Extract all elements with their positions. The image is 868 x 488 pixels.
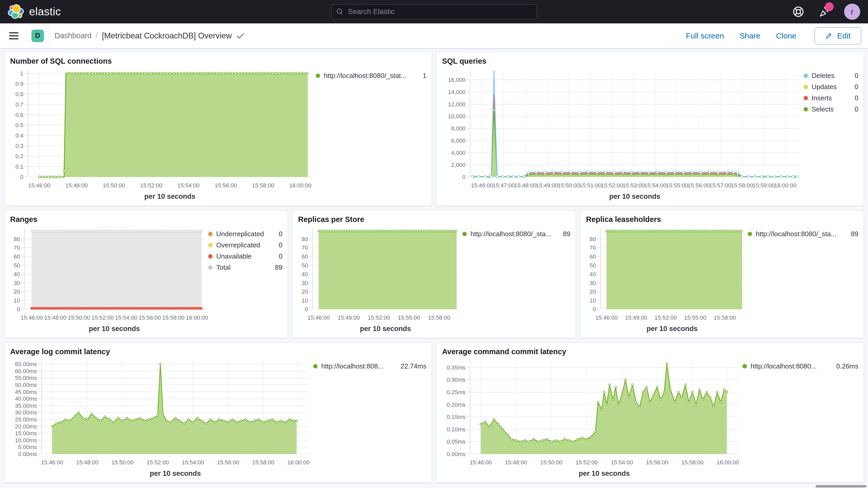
svg-text:30: 30 xyxy=(14,280,20,286)
svg-text:0.8: 0.8 xyxy=(16,91,23,97)
breadcrumb-dashboard[interactable]: Dashboard xyxy=(55,31,91,40)
legend-item: http://localhost:808...22.74ms xyxy=(313,361,427,372)
svg-text:20.00ms: 20.00ms xyxy=(15,423,37,430)
chart[interactable]: 15:46:0015:49:0015:52:0015:55:0015:58:00… xyxy=(297,224,462,335)
svg-text:60.00ms: 60.00ms xyxy=(15,368,37,374)
space-selector-badge[interactable]: D xyxy=(31,30,44,42)
search-icon xyxy=(336,8,344,16)
svg-text:15:50:00: 15:50:00 xyxy=(112,459,134,466)
hamburger-menu-icon xyxy=(9,32,19,39)
svg-text:0.7: 0.7 xyxy=(16,101,23,108)
panel-replica-leaseholders: Replica leaseholders 15:46:0015:49:0015:… xyxy=(580,210,864,338)
clone-button[interactable]: Clone xyxy=(776,31,796,40)
chart[interactable]: 15:46:0015:48:0015:50:0015:52:0015:54:00… xyxy=(8,66,316,203)
svg-text:15:58:00: 15:58:00 xyxy=(428,314,451,321)
svg-text:15:49:00: 15:49:00 xyxy=(338,314,360,321)
chart[interactable]: 15:46:0015:47:0015:48:0015:49:0015:50:00… xyxy=(440,66,804,203)
svg-text:per 10 seconds: per 10 seconds xyxy=(150,469,201,477)
share-button[interactable]: Share xyxy=(740,31,761,40)
svg-text:14,000: 14,000 xyxy=(448,89,465,95)
legend: http://localhost:808...22.74ms xyxy=(313,357,428,480)
chart[interactable]: 15:46:0015:48:0015:50:0015:52:0015:54:00… xyxy=(440,357,742,480)
dashboard-header-bar: D Dashboard / [Metricbeat CockroachDB] O… xyxy=(0,23,868,48)
user-avatar[interactable]: r xyxy=(844,4,860,20)
svg-text:15:48:00: 15:48:00 xyxy=(514,182,537,189)
svg-text:60: 60 xyxy=(590,253,596,260)
legend-value: 0 xyxy=(849,83,858,91)
svg-text:0.1: 0.1 xyxy=(16,163,23,170)
svg-text:15:49:00: 15:49:00 xyxy=(625,314,647,321)
svg-text:70: 70 xyxy=(302,245,308,251)
svg-text:15:56:00: 15:56:00 xyxy=(217,459,239,466)
edit-button[interactable]: Edit xyxy=(814,27,861,44)
legend-item: Selects0 xyxy=(804,104,858,115)
full-screen-button[interactable]: Full screen xyxy=(686,31,724,40)
svg-text:15:50:00: 15:50:00 xyxy=(68,314,90,321)
legend-item: Inserts0 xyxy=(804,92,858,104)
title-options-chevron[interactable] xyxy=(237,33,244,39)
legend-value: 0.26ms xyxy=(831,362,858,370)
legend: http://localhost:8080/_sta...89 xyxy=(462,224,571,335)
svg-text:10.00ms: 10.00ms xyxy=(15,437,37,444)
svg-text:15:58:00: 15:58:00 xyxy=(252,182,274,189)
elastic-brand[interactable]: elastic xyxy=(8,4,61,20)
series-color-dot xyxy=(316,73,320,78)
chart[interactable]: 15:46:0015:48:0015:50:0015:52:0015:54:00… xyxy=(8,357,313,480)
svg-text:50.00ms: 50.00ms xyxy=(15,382,37,388)
svg-text:80: 80 xyxy=(14,236,20,242)
svg-text:15:49:00: 15:49:00 xyxy=(536,182,558,189)
svg-text:10,000: 10,000 xyxy=(448,113,465,120)
series-color-dot xyxy=(208,254,213,258)
legend: Underreplicated0Overreplicated0Unavailab… xyxy=(208,224,283,335)
global-search[interactable] xyxy=(331,4,537,19)
svg-text:30: 30 xyxy=(590,280,596,286)
svg-text:16:00:00: 16:00:00 xyxy=(774,182,797,189)
legend: http://localhost:8080/_sta...89 xyxy=(748,224,860,335)
svg-text:per 10 seconds: per 10 seconds xyxy=(579,469,630,477)
legend-label: http://localhost:8080... xyxy=(750,362,816,370)
svg-text:15:54:00: 15:54:00 xyxy=(611,459,633,466)
svg-text:5.00ms: 5.00ms xyxy=(18,444,37,450)
chart[interactable]: 15:46:0015:48:0015:50:0015:52:0015:54:00… xyxy=(8,224,208,335)
svg-text:0.00ms: 0.00ms xyxy=(18,451,37,457)
svg-text:0: 0 xyxy=(17,306,20,313)
svg-text:1: 1 xyxy=(20,70,23,77)
svg-text:20: 20 xyxy=(590,288,596,295)
svg-text:50: 50 xyxy=(14,262,20,269)
svg-text:0.20ms: 0.20ms xyxy=(447,401,465,408)
panel-title: Average command commit latency xyxy=(442,347,860,356)
series-color-dot xyxy=(462,232,467,236)
search-input[interactable] xyxy=(348,7,532,16)
svg-text:15:54:00: 15:54:00 xyxy=(644,182,666,189)
svg-text:15:48:00: 15:48:00 xyxy=(44,314,66,321)
legend-value: 1 xyxy=(417,72,427,80)
svg-text:16:00:00: 16:00:00 xyxy=(289,182,312,189)
svg-text:45.00ms: 45.00ms xyxy=(15,389,37,395)
svg-text:30: 30 xyxy=(302,280,308,286)
main-menu-button[interactable] xyxy=(7,29,21,43)
whats-new-button[interactable] xyxy=(817,4,832,19)
notification-dot xyxy=(825,2,834,11)
legend-item: Underreplicated0 xyxy=(208,228,282,240)
svg-text:16:00:00: 16:00:00 xyxy=(287,459,310,466)
svg-text:15:56:00: 15:56:00 xyxy=(688,182,710,189)
legend-item: Unavailable0 xyxy=(208,251,282,262)
svg-text:15:48:00: 15:48:00 xyxy=(505,459,527,466)
chart[interactable]: 15:46:0015:49:0015:52:0015:55:0015:58:00… xyxy=(585,224,748,335)
svg-text:70: 70 xyxy=(14,245,20,251)
svg-text:70: 70 xyxy=(590,245,596,251)
horizontal-scrollbar-thumb[interactable] xyxy=(815,485,866,487)
svg-text:15:52:00: 15:52:00 xyxy=(655,314,677,321)
svg-text:15:48:00: 15:48:00 xyxy=(76,459,98,466)
help-button[interactable] xyxy=(791,4,806,19)
series-color-dot xyxy=(208,232,213,236)
legend-label: Selects xyxy=(812,105,834,113)
svg-text:0.3: 0.3 xyxy=(16,143,23,149)
legend-value: 0 xyxy=(274,241,282,249)
svg-text:25.00ms: 25.00ms xyxy=(15,416,37,423)
svg-text:15:46:00: 15:46:00 xyxy=(41,459,63,466)
svg-text:40: 40 xyxy=(302,271,308,277)
legend-label: Unavailable xyxy=(216,252,252,261)
panel-avg-command-commit-latency: Average command commit latency 15:46:001… xyxy=(436,342,864,483)
legend-label: http://localhost:8080/_sta... xyxy=(470,230,551,238)
